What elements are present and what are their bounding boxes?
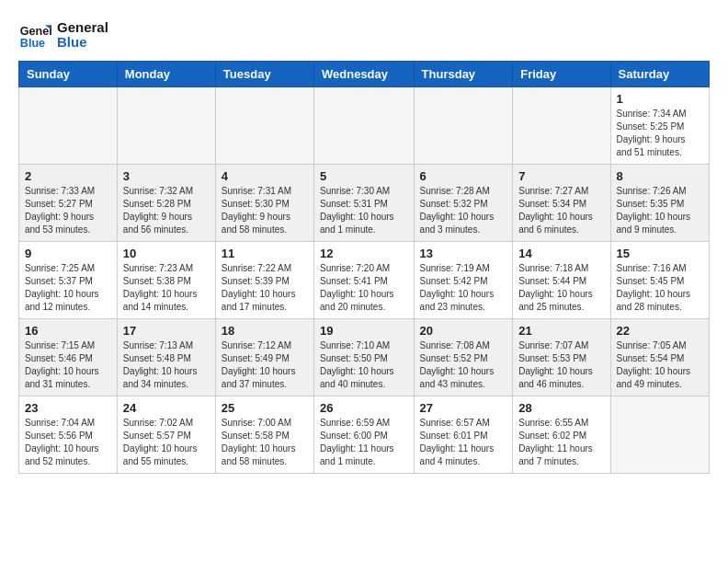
day-number: 5 bbox=[320, 169, 408, 183]
calendar-cell: 4Sunrise: 7:31 AM Sunset: 5:30 PM Daylig… bbox=[215, 165, 313, 242]
calendar-week-row: 2Sunrise: 7:33 AM Sunset: 5:27 PM Daylig… bbox=[19, 165, 710, 242]
day-info: Sunrise: 7:31 AM Sunset: 5:30 PM Dayligh… bbox=[222, 185, 308, 236]
day-number: 2 bbox=[25, 169, 111, 183]
logo-general: General bbox=[57, 20, 108, 36]
svg-text:Blue: Blue bbox=[20, 37, 45, 50]
day-number: 12 bbox=[320, 247, 408, 260]
calendar-cell: 20Sunrise: 7:08 AM Sunset: 5:52 PM Dayli… bbox=[414, 319, 513, 396]
day-number: 4 bbox=[222, 169, 308, 183]
day-number: 8 bbox=[617, 169, 703, 183]
calendar-cell: 18Sunrise: 7:12 AM Sunset: 5:49 PM Dayli… bbox=[215, 319, 313, 396]
day-info: Sunrise: 7:20 AM Sunset: 5:41 PM Dayligh… bbox=[320, 262, 408, 314]
weekday-header-sunday: Sunday bbox=[19, 62, 118, 87]
calendar-cell bbox=[414, 87, 513, 165]
day-info: Sunrise: 7:05 AM Sunset: 5:54 PM Dayligh… bbox=[617, 339, 703, 391]
calendar-table: SundayMondayTuesdayWednesdayThursdayFrid… bbox=[18, 61, 710, 474]
day-info: Sunrise: 6:59 AM Sunset: 6:00 PM Dayligh… bbox=[320, 417, 408, 468]
calendar-cell: 10Sunrise: 7:23 AM Sunset: 5:38 PM Dayli… bbox=[117, 242, 215, 319]
logo-icon: General Blue bbox=[18, 18, 51, 52]
day-number: 26 bbox=[320, 401, 408, 415]
calendar-cell: 1Sunrise: 7:34 AM Sunset: 5:25 PM Daylig… bbox=[610, 87, 709, 165]
calendar-cell bbox=[215, 87, 313, 165]
logo-blue: Blue bbox=[57, 35, 108, 51]
day-number: 24 bbox=[123, 401, 210, 415]
day-number: 17 bbox=[123, 324, 210, 338]
calendar-week-row: 1Sunrise: 7:34 AM Sunset: 5:25 PM Daylig… bbox=[19, 87, 710, 165]
day-number: 15 bbox=[617, 247, 703, 260]
calendar-cell: 15Sunrise: 7:16 AM Sunset: 5:45 PM Dayli… bbox=[610, 242, 709, 319]
day-number: 6 bbox=[420, 169, 507, 183]
day-number: 21 bbox=[518, 324, 604, 338]
day-info: Sunrise: 7:32 AM Sunset: 5:28 PM Dayligh… bbox=[123, 185, 210, 236]
calendar-cell: 16Sunrise: 7:15 AM Sunset: 5:46 PM Dayli… bbox=[19, 319, 118, 396]
day-info: Sunrise: 7:16 AM Sunset: 5:45 PM Dayligh… bbox=[617, 262, 703, 314]
day-number: 9 bbox=[25, 247, 111, 260]
calendar-cell: 9Sunrise: 7:25 AM Sunset: 5:37 PM Daylig… bbox=[19, 242, 118, 319]
calendar-cell: 25Sunrise: 7:00 AM Sunset: 5:58 PM Dayli… bbox=[215, 396, 313, 474]
day-number: 25 bbox=[222, 401, 308, 415]
weekday-header-wednesday: Wednesday bbox=[314, 62, 415, 87]
day-number: 28 bbox=[518, 401, 604, 415]
day-info: Sunrise: 7:08 AM Sunset: 5:52 PM Dayligh… bbox=[420, 339, 507, 391]
day-info: Sunrise: 7:22 AM Sunset: 5:39 PM Dayligh… bbox=[222, 262, 308, 314]
day-info: Sunrise: 7:33 AM Sunset: 5:27 PM Dayligh… bbox=[25, 185, 111, 236]
day-number: 23 bbox=[25, 401, 111, 415]
calendar-cell: 13Sunrise: 7:19 AM Sunset: 5:42 PM Dayli… bbox=[414, 242, 513, 319]
day-number: 13 bbox=[420, 247, 507, 260]
day-number: 10 bbox=[123, 247, 210, 260]
day-info: Sunrise: 7:18 AM Sunset: 5:44 PM Dayligh… bbox=[518, 262, 604, 314]
calendar-cell: 23Sunrise: 7:04 AM Sunset: 5:56 PM Dayli… bbox=[19, 396, 118, 474]
day-number: 16 bbox=[25, 324, 111, 338]
calendar-cell: 26Sunrise: 6:59 AM Sunset: 6:00 PM Dayli… bbox=[314, 396, 415, 474]
day-number: 19 bbox=[320, 324, 408, 338]
day-info: Sunrise: 6:55 AM Sunset: 6:02 PM Dayligh… bbox=[518, 417, 604, 468]
day-info: Sunrise: 7:10 AM Sunset: 5:50 PM Dayligh… bbox=[320, 339, 408, 391]
calendar-cell bbox=[610, 396, 709, 474]
calendar-cell: 27Sunrise: 6:57 AM Sunset: 6:01 PM Dayli… bbox=[414, 396, 513, 474]
day-info: Sunrise: 7:19 AM Sunset: 5:42 PM Dayligh… bbox=[420, 262, 507, 314]
calendar-cell: 17Sunrise: 7:13 AM Sunset: 5:48 PM Dayli… bbox=[117, 319, 215, 396]
calendar-cell: 21Sunrise: 7:07 AM Sunset: 5:53 PM Dayli… bbox=[513, 319, 610, 396]
calendar-cell bbox=[19, 87, 118, 165]
calendar-cell: 7Sunrise: 7:27 AM Sunset: 5:34 PM Daylig… bbox=[513, 165, 610, 242]
calendar-cell: 6Sunrise: 7:28 AM Sunset: 5:32 PM Daylig… bbox=[414, 165, 513, 242]
calendar-week-row: 23Sunrise: 7:04 AM Sunset: 5:56 PM Dayli… bbox=[19, 396, 710, 474]
calendar-cell bbox=[513, 87, 610, 165]
calendar-cell: 3Sunrise: 7:32 AM Sunset: 5:28 PM Daylig… bbox=[117, 165, 215, 242]
day-info: Sunrise: 7:30 AM Sunset: 5:31 PM Dayligh… bbox=[320, 185, 408, 236]
weekday-header-thursday: Thursday bbox=[414, 62, 513, 87]
day-info: Sunrise: 7:00 AM Sunset: 5:58 PM Dayligh… bbox=[222, 417, 308, 468]
calendar-cell: 8Sunrise: 7:26 AM Sunset: 5:35 PM Daylig… bbox=[610, 165, 709, 242]
day-info: Sunrise: 7:28 AM Sunset: 5:32 PM Dayligh… bbox=[420, 185, 507, 236]
calendar-cell bbox=[314, 87, 415, 165]
day-info: Sunrise: 7:27 AM Sunset: 5:34 PM Dayligh… bbox=[518, 185, 604, 236]
day-info: Sunrise: 7:02 AM Sunset: 5:57 PM Dayligh… bbox=[123, 417, 210, 468]
day-info: Sunrise: 7:04 AM Sunset: 5:56 PM Dayligh… bbox=[25, 417, 111, 468]
calendar-cell: 22Sunrise: 7:05 AM Sunset: 5:54 PM Dayli… bbox=[610, 319, 709, 396]
weekday-header-saturday: Saturday bbox=[610, 62, 709, 87]
weekday-header-monday: Monday bbox=[117, 62, 215, 87]
day-number: 27 bbox=[420, 401, 507, 415]
day-info: Sunrise: 6:57 AM Sunset: 6:01 PM Dayligh… bbox=[420, 417, 507, 468]
calendar-cell: 2Sunrise: 7:33 AM Sunset: 5:27 PM Daylig… bbox=[19, 165, 118, 242]
day-number: 18 bbox=[222, 324, 308, 338]
day-number: 11 bbox=[222, 247, 308, 260]
calendar-cell: 24Sunrise: 7:02 AM Sunset: 5:57 PM Dayli… bbox=[117, 396, 215, 474]
calendar-week-row: 9Sunrise: 7:25 AM Sunset: 5:37 PM Daylig… bbox=[19, 242, 710, 319]
day-info: Sunrise: 7:25 AM Sunset: 5:37 PM Dayligh… bbox=[25, 262, 111, 314]
day-number: 7 bbox=[518, 169, 604, 183]
calendar-week-row: 16Sunrise: 7:15 AM Sunset: 5:46 PM Dayli… bbox=[19, 319, 710, 396]
day-info: Sunrise: 7:34 AM Sunset: 5:25 PM Dayligh… bbox=[617, 108, 703, 159]
day-info: Sunrise: 7:12 AM Sunset: 5:49 PM Dayligh… bbox=[222, 339, 308, 391]
day-info: Sunrise: 7:15 AM Sunset: 5:46 PM Dayligh… bbox=[25, 339, 111, 391]
weekday-header-friday: Friday bbox=[513, 62, 610, 87]
day-info: Sunrise: 7:13 AM Sunset: 5:48 PM Dayligh… bbox=[123, 339, 210, 391]
day-info: Sunrise: 7:26 AM Sunset: 5:35 PM Dayligh… bbox=[617, 185, 703, 236]
day-number: 3 bbox=[123, 169, 210, 183]
header: General Blue General Blue bbox=[18, 18, 710, 52]
logo: General Blue General Blue bbox=[18, 18, 108, 52]
calendar-cell: 28Sunrise: 6:55 AM Sunset: 6:02 PM Dayli… bbox=[513, 396, 610, 474]
calendar-cell bbox=[117, 87, 215, 165]
day-info: Sunrise: 7:07 AM Sunset: 5:53 PM Dayligh… bbox=[518, 339, 604, 391]
calendar-cell: 19Sunrise: 7:10 AM Sunset: 5:50 PM Dayli… bbox=[314, 319, 415, 396]
